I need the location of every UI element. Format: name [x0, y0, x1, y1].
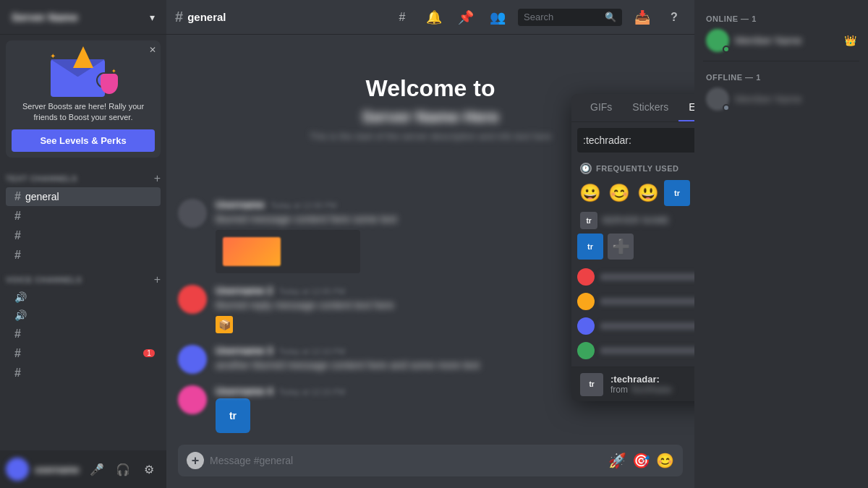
- tab-stickers[interactable]: Stickers: [622, 94, 678, 121]
- channel-item-general[interactable]: # general: [6, 187, 161, 206]
- channel-item-text-2[interactable]: #: [6, 325, 161, 343]
- add-attachment-button[interactable]: +: [187, 452, 204, 469]
- emoji-search-bar[interactable]: 🔍 👋: [577, 128, 694, 153]
- inbox-icon[interactable]: 📥: [631, 6, 654, 29]
- emoji-picker-body: 🕐 FREQUENTLY USED ▾ 😀 😊 😃 tr 🥰 😄: [571, 158, 694, 367]
- server-emoji-plus[interactable]: ➕: [608, 234, 634, 260]
- emoji-button[interactable]: 😊: [656, 452, 674, 469]
- emoji-cell-1[interactable]: 😀: [577, 180, 603, 206]
- chat-area: Welcome to Server Name Here This is the …: [166, 35, 694, 445]
- server-icon-4: [577, 342, 595, 359]
- server-icon-3: [577, 317, 595, 335]
- category-name-2: Voice Channels: [6, 275, 82, 284]
- mute-button[interactable]: 🎤: [85, 458, 109, 481]
- server-emoji-tr[interactable]: tr: [577, 234, 603, 260]
- offline-section-title: OFFLINE — 1: [700, 67, 862, 85]
- server-header[interactable]: Server Name ▾: [0, 0, 166, 35]
- channel-item-voice[interactable]: 🔊: [6, 288, 161, 306]
- channel-item-text-4[interactable]: #: [6, 364, 161, 382]
- add-channel-icon-2[interactable]: +: [154, 273, 161, 286]
- frequently-used-header: 🕐 FREQUENTLY USED ▾: [577, 158, 694, 177]
- channel-hash-icon: #: [175, 9, 183, 25]
- emoji-footer: tr :techradar: from TechRadar 🎭: [571, 367, 694, 401]
- clock-icon: 🕐: [580, 163, 592, 174]
- main-content: # general # 🔔 📌 👥 Search 🔍 📥 ? Welcome t…: [166, 0, 694, 488]
- search-bar[interactable]: Search 🔍: [518, 9, 622, 26]
- emoji-grid-frequent: 😀 😊 😃 tr 🥰 😄: [577, 177, 694, 209]
- server-icon-2: [577, 293, 595, 310]
- speaker-icon: 🔊: [14, 291, 27, 303]
- emoji-other-servers: [577, 267, 694, 361]
- emoji-cell-3[interactable]: 😃: [635, 180, 661, 206]
- member-name-offline: Member Name: [735, 93, 856, 105]
- server-emoji-name: Server Name: [602, 215, 694, 226]
- emoji-search-input[interactable]: [583, 134, 694, 146]
- channel-category: Text Channels +: [0, 169, 166, 187]
- user-info: username: [35, 464, 80, 475]
- frequently-used-label: FREQUENTLY USED: [596, 164, 678, 173]
- rocket-icon[interactable]: 🚀: [608, 452, 626, 469]
- member-avatar-offline: [706, 87, 729, 111]
- emoji-custom-tr[interactable]: tr: [664, 180, 690, 206]
- help-icon[interactable]: ?: [663, 6, 686, 29]
- avatar: [6, 458, 29, 481]
- speaker-icon-2: 🔊: [14, 309, 27, 321]
- notification-bell-icon[interactable]: 🔔: [422, 6, 446, 29]
- hash-icon: #: [14, 229, 21, 242]
- footer-emoji-name: :techradar:: [610, 374, 672, 385]
- tr-emoji-display: tr: [216, 398, 683, 433]
- channel-item-2[interactable]: #: [6, 207, 161, 226]
- target-icon[interactable]: 🎯: [632, 452, 650, 469]
- channel-item-voice-2[interactable]: 🔊: [6, 307, 161, 324]
- message-emoji: 📦: [216, 316, 233, 333]
- msg-username: Username: [216, 199, 265, 210]
- channel-item-4[interactable]: #: [6, 246, 161, 265]
- online-section-title: ONLINE — 1: [700, 9, 862, 26]
- member-list: ONLINE — 1 Member Name 👑 OFFLINE — 1 Mem…: [694, 0, 868, 488]
- server-emoji-row: tr ➕: [577, 232, 694, 261]
- channel-item-3[interactable]: #: [6, 226, 161, 245]
- avatar: [178, 385, 207, 414]
- emoji-picker: GIFs Stickers Emoji 🔍 👋 🕐 FREQUENTLY USE…: [571, 94, 694, 401]
- emoji-picker-tabs: GIFs Stickers Emoji: [571, 94, 694, 122]
- hash-icon-4: #: [14, 367, 21, 380]
- pin-icon[interactable]: 📌: [454, 6, 477, 29]
- msg-username-2: Username 2: [216, 285, 273, 296]
- avatar: [178, 285, 207, 314]
- see-levels-perks-button[interactable]: See Levels & Perks: [12, 129, 155, 152]
- members-icon[interactable]: 👥: [486, 6, 509, 29]
- settings-button[interactable]: ⚙: [137, 458, 161, 481]
- member-item-online[interactable]: Member Name 👑: [700, 26, 862, 55]
- hashtag-icon[interactable]: #: [391, 6, 414, 29]
- tab-gifs[interactable]: GIFs: [580, 94, 622, 121]
- avatar: [178, 199, 207, 228]
- message-input-area: + 🚀 🎯 😊: [166, 445, 694, 488]
- tab-emoji[interactable]: Emoji: [678, 94, 694, 121]
- server-name-blurred-2: [600, 298, 694, 305]
- footer-emoji-info: :techradar: from TechRadar: [610, 374, 672, 395]
- member-avatar: [706, 29, 729, 52]
- emoji-server-row-1: [577, 267, 694, 287]
- server-icon-1: [577, 268, 595, 286]
- message-input: + 🚀 🎯 😊: [178, 445, 683, 476]
- msg-time-2: Today at 12:05 PM: [278, 287, 345, 296]
- techradar-emoji: tr: [216, 398, 250, 433]
- app: Server Name ▾ ✕ ✓ ✦: [0, 0, 868, 488]
- hash-icon-2: #: [14, 328, 21, 341]
- member-item-offline[interactable]: Member Name: [700, 85, 862, 114]
- emoji-cell-4[interactable]: 🥰: [693, 180, 694, 206]
- emoji-cell-2[interactable]: 😊: [606, 180, 632, 206]
- footer-emoji-from: from TechRadar: [610, 385, 672, 395]
- server-avatar: tr: [580, 212, 597, 229]
- emoji-server-row-4: [577, 341, 694, 361]
- channel-item-text-3[interactable]: # 1: [6, 344, 161, 363]
- emoji-server-row-2: [577, 291, 694, 312]
- boost-banner-text: Server Boosts are here! Rally your frien…: [12, 101, 155, 124]
- deafen-button[interactable]: 🎧: [111, 458, 135, 481]
- message-text-input[interactable]: [210, 455, 603, 466]
- input-right-icons: 🚀 🎯 😊: [608, 452, 674, 469]
- channel-sidebar: Server Name ▾ ✕ ✓ ✦: [0, 0, 166, 488]
- boost-illustration: ✓ ✦ ✦: [12, 46, 155, 97]
- add-channel-icon[interactable]: +: [154, 172, 161, 185]
- close-icon[interactable]: ✕: [149, 45, 156, 55]
